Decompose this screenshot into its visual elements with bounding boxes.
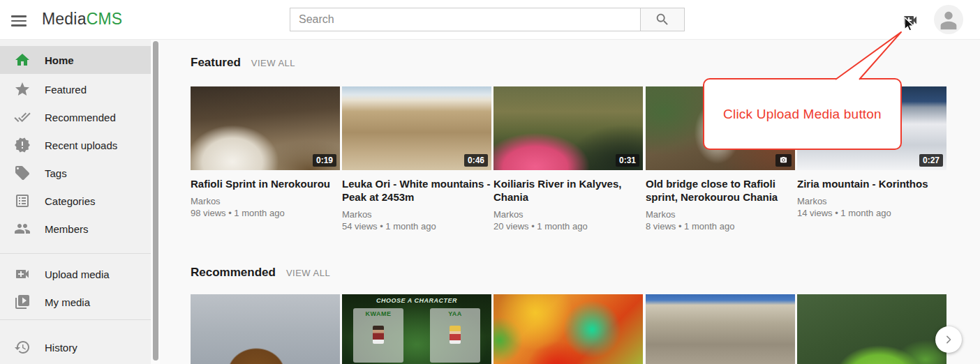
sidebar-item-recommended[interactable]: Recommended [0, 103, 151, 131]
video-title[interactable]: Koiliaris River in Kalyves, Chania [493, 177, 643, 204]
game-character-name: KWAME [353, 310, 403, 317]
featured-section-header: Featured VIEW ALL [191, 56, 295, 70]
video-thumbnail[interactable]: 0:31 [493, 86, 643, 170]
video-author[interactable]: Markos [342, 208, 491, 220]
sidebar-scrollbar-track [151, 40, 160, 364]
video-thumbnail[interactable] [797, 294, 946, 364]
search-bar [290, 8, 685, 31]
view-all-link[interactable]: VIEW ALL [286, 268, 330, 278]
sidebar-item-categories[interactable]: Categories [0, 187, 151, 215]
video-author[interactable]: Markos [797, 195, 946, 207]
new-releases-icon [14, 137, 31, 153]
video-meta: 54 views • 1 month ago [342, 220, 491, 232]
sidebar-divider [0, 253, 151, 254]
sidebar-divider [0, 319, 151, 320]
video-card[interactable]: 0:31 Koiliaris River in Kalyves, Chania … [493, 86, 643, 232]
annotation-callout: Click Upload Media button [703, 78, 902, 150]
video-card[interactable] [191, 294, 340, 364]
star-icon [14, 81, 31, 98]
video-card[interactable]: 0:19 Rafioli Sprint in Nerokourou Markos… [191, 86, 340, 219]
video-card[interactable]: CHOOSE A CHARACTER KWAME Selected YAA Se… [342, 294, 491, 364]
video-title[interactable]: Rafioli Sprint in Nerokourou [191, 177, 340, 190]
upload-media-icon [901, 12, 919, 29]
upload-media-icon [14, 266, 31, 282]
section-title: Featured [191, 56, 241, 70]
video-thumbnail[interactable]: 0:46 [342, 86, 491, 170]
video-card[interactable]: 0:46 Leuka Ori - White mountains - Peak … [342, 86, 491, 232]
sidebar-item-label: Home [45, 54, 74, 66]
home-icon [14, 52, 31, 68]
logo-media-text: Media [42, 10, 87, 28]
sidebar-item-home[interactable]: Home [0, 46, 151, 74]
search-input[interactable] [290, 8, 641, 31]
game-character-panel: YAA Select [430, 308, 480, 363]
my-media-icon [14, 294, 31, 310]
section-title: Recommended [191, 266, 276, 280]
sidebar-item-recent-uploads[interactable]: Recent uploads [0, 131, 151, 159]
view-all-link[interactable]: VIEW ALL [251, 58, 295, 68]
video-title[interactable]: Leuka Ori - White mountains - Peak at 24… [342, 177, 491, 204]
sidebar-item-tags[interactable]: Tags [0, 159, 151, 187]
game-character-name: YAA [430, 310, 480, 317]
video-thumbnail[interactable] [646, 294, 795, 364]
sidebar: Home Featured Recommended Recent uploads… [0, 40, 151, 364]
video-meta: 98 views • 1 month ago [191, 207, 340, 219]
video-title[interactable]: Old bridge close to Rafioli sprint, Nero… [646, 177, 795, 204]
duration-badge: 0:27 [919, 154, 943, 167]
sidebar-item-label: Members [45, 223, 89, 235]
game-screen-title: CHOOSE A CHARACTER [342, 297, 491, 304]
sidebar-item-history[interactable]: History [0, 333, 151, 361]
double-check-icon [14, 109, 31, 126]
menu-icon[interactable] [11, 13, 27, 26]
duration-badge: 0:31 [616, 154, 639, 167]
video-meta: 8 views • 1 month ago [646, 220, 795, 232]
members-icon [14, 220, 31, 237]
video-thumbnail[interactable]: CHOOSE A CHARACTER KWAME Selected YAA Se… [342, 294, 491, 364]
sidebar-item-label: Upload media [45, 268, 110, 280]
duration-badge: 0:46 [464, 154, 488, 167]
person-icon [937, 8, 960, 31]
carousel-next-button[interactable] [935, 326, 962, 353]
sidebar-item-label: History [45, 342, 77, 354]
video-thumbnail[interactable] [191, 294, 340, 364]
video-meta: 14 views • 1 month ago [797, 207, 946, 219]
camera-icon [779, 156, 788, 164]
game-character-sprite [373, 326, 384, 344]
tag-icon [14, 165, 31, 181]
duration-badge: 0:19 [313, 154, 336, 167]
upload-media-button[interactable] [901, 12, 919, 29]
sidebar-item-label: My media [45, 296, 90, 308]
video-author[interactable]: Markos [191, 195, 340, 207]
history-icon [14, 339, 31, 356]
top-bar: MediaCMS [0, 0, 980, 40]
search-button[interactable] [641, 8, 685, 31]
video-thumbnail[interactable] [493, 294, 643, 364]
user-avatar[interactable] [934, 5, 963, 34]
sidebar-item-upload-media[interactable]: Upload media [0, 260, 151, 288]
video-card[interactable] [493, 294, 643, 364]
sidebar-item-label: Featured [45, 84, 87, 96]
video-card[interactable] [797, 294, 946, 364]
logo-cms-text: CMS [87, 10, 123, 28]
video-author[interactable]: Markos [493, 208, 643, 220]
video-title[interactable]: Ziria mountain - Korinthos [797, 177, 946, 190]
camera-badge [775, 154, 792, 167]
logo[interactable]: MediaCMS [42, 10, 122, 29]
chevron-right-icon [942, 333, 956, 347]
video-card[interactable] [646, 294, 795, 364]
sidebar-item-label: Recommended [45, 112, 116, 123]
video-author[interactable]: Markos [646, 208, 795, 220]
sidebar-item-members[interactable]: Members [0, 215, 151, 243]
sidebar-item-label: Recent uploads [45, 139, 117, 151]
sidebar-item-my-media[interactable]: My media [0, 288, 151, 316]
sidebar-item-label: Tags [45, 167, 67, 179]
sidebar-item-label: Categories [45, 195, 96, 207]
game-character-panel: KWAME Selected [353, 308, 403, 363]
sidebar-scrollbar-thumb[interactable] [153, 41, 158, 361]
categories-icon [14, 192, 31, 209]
search-icon [655, 12, 670, 27]
annotation-text: Click Upload Media button [723, 107, 882, 122]
video-thumbnail[interactable]: 0:19 [191, 86, 340, 170]
sidebar-item-featured[interactable]: Featured [0, 75, 151, 103]
game-character-sprite [450, 326, 461, 344]
